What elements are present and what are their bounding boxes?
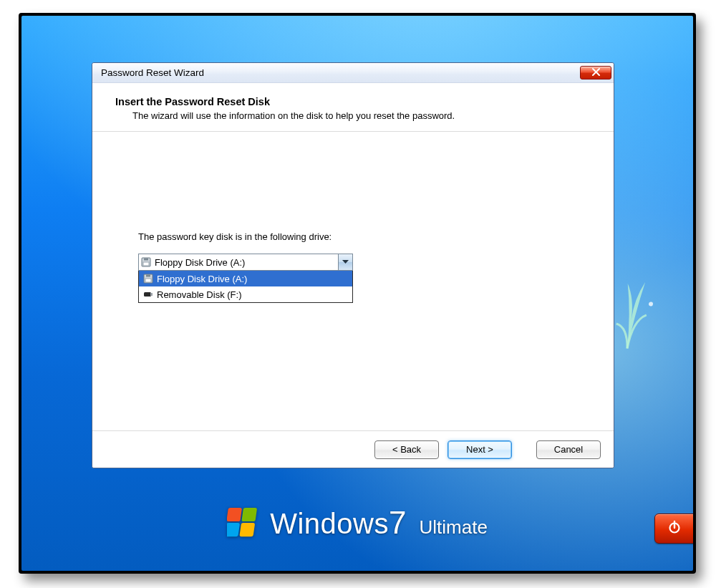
svg-rect-12 [239, 523, 255, 536]
drive-option[interactable]: Removable Disk (F:) [139, 286, 352, 302]
drive-prompt-label: The password key disk is in the followin… [138, 231, 568, 242]
close-button[interactable] [580, 66, 611, 79]
svg-rect-9 [227, 508, 242, 521]
drive-option[interactable]: Floppy Disk Drive (A:) [139, 271, 352, 286]
power-button[interactable] [654, 514, 693, 544]
svg-rect-8 [150, 293, 153, 296]
drive-option-label: Removable Disk (F:) [155, 289, 241, 300]
header-title: Insert the Password Reset Disk [115, 96, 591, 107]
windows-brand-text: Windows7 Ultimate [270, 505, 488, 541]
drive-select[interactable]: Floppy Disk Drive (A:) [138, 254, 353, 303]
cancel-button[interactable]: Cancel [536, 440, 601, 459]
titlebar[interactable]: Password Reset Wizard [92, 63, 614, 83]
wizard-button-row: < Back Next > Cancel [92, 430, 614, 468]
windows-branding: Windows7 Ultimate [21, 505, 693, 541]
close-icon [592, 67, 600, 78]
dropdown-arrow-icon[interactable] [338, 254, 352, 270]
next-button[interactable]: Next > [448, 440, 512, 459]
svg-rect-3 [143, 262, 149, 266]
svg-rect-2 [144, 259, 148, 261]
svg-rect-5 [146, 275, 150, 277]
drive-option-label: Floppy Disk Drive (A:) [155, 274, 247, 284]
window-title: Password Reset Wizard [101, 67, 204, 78]
back-button[interactable]: < Back [374, 440, 439, 459]
drive-select-text: Floppy Disk Drive (A:) [153, 257, 338, 268]
svg-rect-10 [241, 508, 257, 521]
floppy-icon [141, 274, 155, 284]
brand-product: Windows [270, 508, 389, 539]
power-icon [667, 520, 682, 537]
svg-point-0 [649, 302, 654, 307]
floppy-icon [139, 257, 153, 267]
brand-edition: Ultimate [420, 516, 488, 538]
brand-version: 7 [389, 505, 407, 540]
header-subtitle: The wizard will use the information on t… [132, 110, 591, 121]
svg-rect-7 [144, 292, 151, 297]
windows-logo-icon [227, 506, 260, 539]
wizard-header: Insert the Password Reset Disk The wizar… [92, 83, 614, 132]
usb-drive-icon [141, 291, 155, 298]
svg-rect-6 [145, 279, 151, 282]
svg-rect-11 [227, 523, 240, 536]
desktop-background: Password Reset Wizard Insert the Passwor… [21, 16, 693, 571]
wizard-body: The password key disk is in the followin… [92, 132, 614, 430]
drive-select-list: Floppy Disk Drive (A:) Removable Disk (F… [138, 271, 353, 303]
drive-select-value[interactable]: Floppy Disk Drive (A:) [138, 254, 353, 271]
password-reset-wizard-window: Password Reset Wizard Insert the Passwor… [92, 62, 614, 468]
